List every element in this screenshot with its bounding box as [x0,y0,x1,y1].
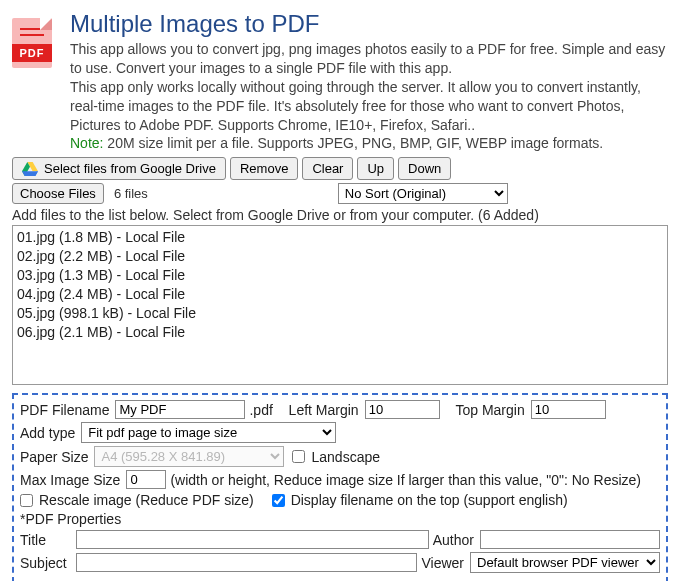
list-item[interactable]: 01.jpg (1.8 MB) - Local File [17,228,663,247]
pdf-filename-input[interactable] [115,400,245,419]
list-item[interactable]: 05.jpg (998.1 kB) - Local File [17,304,663,323]
pdf-properties-label: *PDF Properties [20,511,121,527]
paper-size-select[interactable]: A4 (595.28 X 841.89) [94,446,284,467]
list-item[interactable]: 06.jpg (2.1 MB) - Local File [17,323,663,342]
add-type-select[interactable]: Fit pdf page to image size [81,422,336,443]
pdf-extension: .pdf [249,402,272,418]
sort-select[interactable]: No Sort (Original) [338,183,508,204]
author-label: Author [433,532,474,548]
remove-button[interactable]: Remove [230,157,298,180]
max-image-size-hint: (width or height, Reduce image size If l… [170,472,641,488]
pdf-icon: PDF [12,10,58,153]
list-item[interactable]: 03.jpg (1.3 MB) - Local File [17,266,663,285]
settings-panel: PDF Filename .pdf Left Margin Top Margin… [12,393,668,581]
svg-marker-3 [22,171,38,176]
app-description: This app allows you to convert jpg, png … [70,40,668,153]
max-image-size-label: Max Image Size [20,472,120,488]
file-list[interactable]: 01.jpg (1.8 MB) - Local File02.jpg (2.2 … [12,225,668,385]
instruction-text: Add files to the list below. Select from… [12,207,668,223]
up-button[interactable]: Up [357,157,394,180]
display-filename-label: Display filename on the top (support eng… [291,492,568,508]
select-google-drive-button[interactable]: Select files from Google Drive [12,157,226,180]
file-count: 6 files [110,186,152,201]
paper-size-label: Paper Size [20,449,88,465]
viewer-select[interactable]: Default browser PDF viewer [470,552,660,573]
max-image-size-input[interactable] [126,470,166,489]
down-button[interactable]: Down [398,157,451,180]
landscape-label: Landscape [311,449,380,465]
list-item[interactable]: 02.jpg (2.2 MB) - Local File [17,247,663,266]
left-margin-input[interactable] [365,400,440,419]
title-input[interactable] [76,530,429,549]
add-type-label: Add type [20,425,75,441]
subject-input[interactable] [76,553,417,572]
rescale-label: Rescale image (Reduce PDF size) [39,492,254,508]
author-input[interactable] [480,530,660,549]
viewer-label: Viewer [421,555,464,571]
pdf-filename-label: PDF Filename [20,402,109,418]
display-filename-checkbox[interactable] [272,494,285,507]
google-drive-icon [22,162,38,176]
choose-files-button[interactable]: Choose Files [12,183,104,204]
title-label: Title [20,532,70,548]
top-margin-input[interactable] [531,400,606,419]
list-item[interactable]: 04.jpg (2.4 MB) - Local File [17,285,663,304]
clear-button[interactable]: Clear [302,157,353,180]
top-margin-label: Top Margin [455,402,524,418]
page-title: Multiple Images to PDF [70,10,668,38]
left-margin-label: Left Margin [289,402,359,418]
subject-label: Subject [20,555,70,571]
landscape-checkbox[interactable] [292,450,305,463]
rescale-checkbox[interactable] [20,494,33,507]
